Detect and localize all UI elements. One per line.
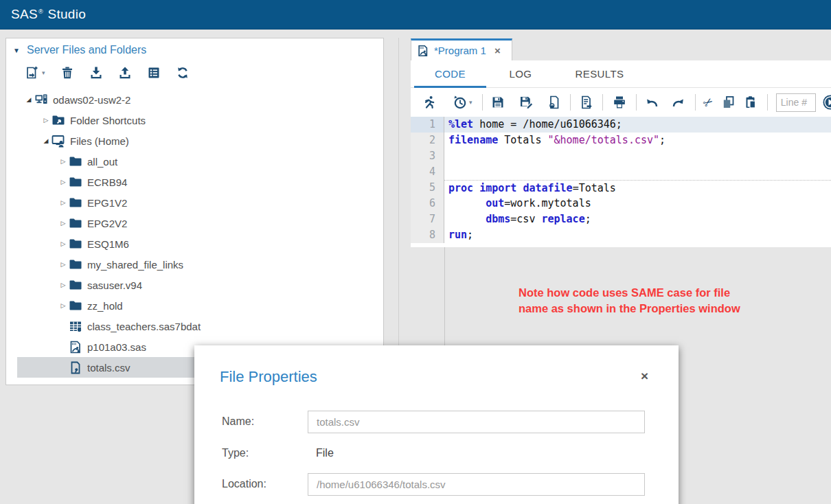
tab-code[interactable]: CODE	[414, 60, 486, 88]
name-field[interactable]	[308, 411, 645, 433]
tree-item-folder[interactable]: ▷ my_shared_file_links	[17, 254, 383, 275]
open-button[interactable]	[547, 95, 561, 109]
redo-icon	[671, 95, 686, 109]
tree-item-folder[interactable]: ▷ EPG2V2	[17, 213, 383, 233]
redo-button[interactable]	[671, 95, 686, 109]
code-line[interactable]: 7 dbms=csv replace;	[411, 211, 831, 227]
line-number: 1	[411, 117, 444, 133]
editor-toolbar: ▾	[411, 88, 831, 117]
code-line[interactable]: 6 out=work.mytotals	[411, 196, 831, 211]
line-number-input[interactable]	[776, 93, 816, 112]
tree-item-server[interactable]: ◢ odaws02-usw2-2	[17, 89, 383, 110]
toolbar-separator	[602, 94, 603, 111]
print-button[interactable]	[613, 95, 626, 109]
collapsed-triangle-icon[interactable]: ▷	[58, 282, 69, 288]
tree-item-files-home[interactable]: ◢ Files (Home)	[17, 130, 383, 151]
editor-subtabs: CODE LOG RESULTS	[411, 60, 831, 88]
home-files-icon	[52, 135, 65, 148]
dropdown-caret-icon: ▾	[469, 99, 473, 106]
tree-item-folder[interactable]: ▷ sasuser.v94	[17, 275, 383, 295]
expanded-triangle-icon[interactable]: ◢	[41, 137, 52, 144]
open-file-icon	[547, 95, 561, 109]
code-token: home = /home/u61066346;	[473, 118, 622, 130]
code-line[interactable]: 3	[411, 148, 831, 164]
download-button[interactable]	[89, 66, 103, 80]
line-number: 4	[411, 164, 444, 180]
folder-icon	[69, 299, 82, 312]
collapsed-triangle-icon[interactable]: ▷	[58, 302, 69, 309]
refresh-button[interactable]	[176, 66, 190, 80]
new-item-icon	[25, 66, 39, 80]
tree-item-label: p101a03.sas	[87, 341, 146, 353]
code-line[interactable]: 4	[411, 164, 831, 180]
code-editor[interactable]: 1 %let home = /home/u61066346; 2 filenam…	[411, 117, 831, 243]
tree-item-folder[interactable]: ▷ all_out	[17, 151, 383, 172]
code-token: =Totals	[573, 182, 616, 194]
save-as-icon	[519, 95, 534, 109]
goto-line-button[interactable]	[822, 94, 831, 111]
delete-button[interactable]	[60, 66, 74, 80]
csv-file-icon	[69, 361, 82, 374]
tree-item-folder[interactable]: ▷ zz_hold	[17, 295, 383, 316]
code-line[interactable]: 1 %let home = /home/u61066346;	[411, 117, 831, 133]
new-options-button[interactable]: ▾	[25, 66, 45, 80]
undo-button[interactable]	[644, 95, 659, 109]
collapsed-triangle-icon[interactable]: ▷	[58, 220, 69, 227]
submission-history-button[interactable]: ▾	[453, 95, 473, 110]
collapsed-triangle-icon[interactable]: ▷	[58, 261, 69, 268]
annotation-text: Note how code uses SAME case for file na…	[519, 285, 740, 316]
tree-item-label: EPG1V2	[87, 197, 127, 209]
collapse-triangle-icon[interactable]: ▼	[13, 47, 27, 54]
program-tab-label: *Program 1	[434, 45, 486, 56]
snippets-button[interactable]	[580, 95, 593, 109]
tree-item-folder[interactable]: ▷ ECRB94	[17, 172, 383, 192]
close-dialog-icon[interactable]: ×	[641, 369, 648, 384]
collapsed-triangle-icon[interactable]: ▷	[41, 117, 52, 124]
code-line[interactable]: 8 run;	[411, 227, 831, 243]
save-as-button[interactable]	[519, 95, 534, 109]
save-button[interactable]	[491, 95, 505, 109]
collapsed-triangle-icon[interactable]: ▷	[58, 179, 69, 185]
close-tab-icon[interactable]: ×	[494, 45, 501, 56]
run-icon	[422, 95, 436, 109]
line-number: 6	[411, 196, 444, 211]
properties-list-icon	[147, 66, 161, 80]
name-label: Name:	[222, 415, 254, 428]
snippets-icon	[580, 95, 593, 109]
tree-item-folder[interactable]: ▷ EPG1V2	[17, 192, 383, 213]
tree-item-folder[interactable]: ▷ ESQ1M6	[17, 233, 383, 254]
paste-button[interactable]	[744, 95, 758, 109]
tab-results[interactable]: RESULTS	[555, 60, 644, 86]
goto-line-icon	[822, 94, 831, 111]
collapsed-triangle-icon[interactable]: ▷	[58, 158, 69, 165]
type-value: File	[316, 447, 334, 459]
toolbar-separator	[767, 94, 768, 111]
copy-button[interactable]	[722, 95, 735, 109]
expanded-triangle-icon[interactable]: ◢	[23, 96, 34, 103]
cut-button[interactable]: ✂	[703, 95, 713, 110]
run-button[interactable]	[422, 95, 436, 109]
line-number: 2	[411, 133, 444, 148]
tree-item-dataset[interactable]: class_teachers.sas7bdat	[17, 316, 383, 336]
refresh-icon	[176, 66, 190, 80]
code-token: datafile	[523, 182, 572, 194]
app-header: SAS® Studio	[0, 0, 831, 30]
panel-splitter[interactable]	[398, 38, 399, 345]
location-field[interactable]	[308, 473, 645, 496]
code-line[interactable]: 2 filename Totals "&home/totals.csv";	[411, 133, 831, 148]
toolbar-separator	[636, 94, 637, 111]
folder-icon	[69, 258, 82, 271]
tab-log[interactable]: LOG	[486, 60, 555, 86]
sas-program-icon	[69, 341, 82, 354]
line-number: 7	[411, 211, 444, 227]
collapsed-triangle-icon[interactable]: ▷	[58, 199, 69, 206]
code-line[interactable]: 5 proc import datafile=Totals	[411, 180, 831, 196]
properties-button[interactable]	[147, 66, 161, 80]
dataset-icon	[69, 320, 82, 332]
program-tab[interactable]: *Program 1 ×	[411, 38, 512, 60]
upload-button[interactable]	[118, 66, 132, 80]
panel-title: Server Files and Folders	[27, 44, 146, 56]
collapsed-triangle-icon[interactable]: ▷	[58, 240, 69, 247]
program-editor-panel: CODE LOG RESULTS ▾	[411, 60, 831, 247]
tree-item-folder-shortcuts[interactable]: ▷ Folder Shortcuts	[17, 110, 383, 130]
